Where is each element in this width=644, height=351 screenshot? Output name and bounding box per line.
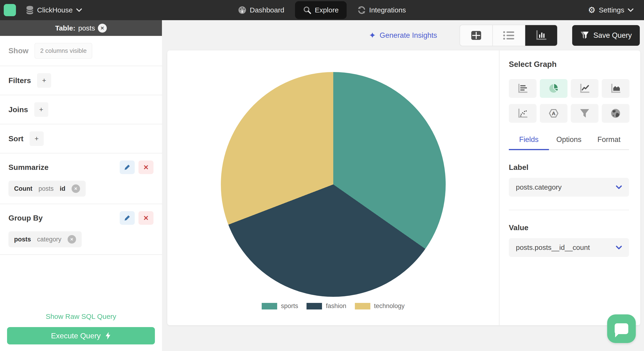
nav-integrations-label: Integrations — [369, 6, 406, 14]
funnel-chart-icon — [580, 109, 590, 118]
group-by-chip-table: posts — [14, 236, 31, 243]
graph-type-pie-button[interactable] — [540, 79, 568, 98]
add-join-button[interactable]: + — [34, 102, 48, 117]
execute-query-button[interactable]: Execute Query — [7, 327, 155, 344]
chevron-down-icon — [616, 246, 622, 250]
edit-summarize-button[interactable] — [120, 160, 135, 174]
settings-menu[interactable]: Settings — [588, 6, 634, 14]
nav-integrations[interactable]: Integrations — [358, 6, 406, 14]
pencil-icon — [124, 164, 131, 171]
summarize-label: Summarize — [8, 163, 48, 172]
chart-view-icon — [536, 30, 546, 40]
query-builder-sidebar: Table: posts Show 2 columns visible Filt… — [0, 20, 162, 351]
sort-label: Sort — [8, 134, 24, 143]
group-by-chip-column: category — [37, 236, 62, 243]
chevron-down-icon — [76, 8, 82, 12]
app-root: ClickHouse Dashboard Explore — [0, 0, 644, 351]
lightning-icon — [105, 332, 111, 340]
table-name: posts — [78, 24, 95, 32]
pencil-icon — [124, 214, 131, 222]
bar-chart-icon — [518, 84, 528, 93]
app-logo[interactable] — [4, 4, 16, 16]
speech-bubble-icon — [615, 323, 628, 334]
results-toolbar: Generate Insights — [162, 20, 644, 50]
tab-options[interactable]: Options — [549, 136, 589, 150]
chat-launcher-button[interactable] — [607, 314, 636, 343]
add-sort-button[interactable]: + — [30, 132, 44, 146]
legend-label: fashion — [326, 302, 346, 310]
view-mode-switcher — [460, 25, 558, 46]
show-raw-sql-link[interactable]: Show Raw SQL Query — [0, 312, 162, 320]
summarize-chip-agg: Count — [14, 185, 32, 192]
pie-chart-icon — [548, 83, 559, 94]
navbar-right: Settings — [512, 6, 644, 14]
summarize-chip-column: id — [60, 185, 66, 192]
label-field-title: Label — [509, 163, 629, 172]
graph-type-funnel-button[interactable] — [571, 104, 598, 123]
table-view-button[interactable] — [460, 25, 492, 46]
delete-summarize-button[interactable] — [138, 160, 154, 174]
legend-item[interactable]: sports — [262, 302, 298, 310]
delete-group-by-button[interactable] — [138, 211, 154, 225]
legend-item[interactable]: fashion — [306, 302, 346, 310]
add-filter-button[interactable]: + — [37, 73, 51, 88]
label-field-value: posts.category — [516, 183, 562, 191]
sidebar-spacer — [0, 255, 162, 312]
save-query-label: Save Query — [593, 31, 632, 40]
nav-explore[interactable]: Explore — [295, 1, 347, 19]
table-view-icon — [471, 30, 482, 40]
remove-table-button[interactable] — [98, 24, 107, 32]
database-icon — [26, 6, 34, 14]
brand-name: ClickHouse — [37, 6, 73, 14]
list-view-icon — [503, 31, 515, 40]
graph-type-geo-button[interactable] — [602, 104, 630, 123]
legend-swatch — [355, 303, 370, 310]
summarize-section: Summarize Count posts id — [0, 154, 162, 204]
remove-summarize-chip-button[interactable] — [72, 184, 80, 193]
save-query-button[interactable]: Save Query — [572, 25, 640, 46]
scatter-plot-icon — [518, 109, 528, 118]
value-field-select[interactable]: posts.posts__id__count — [509, 238, 629, 257]
tab-fields[interactable]: Fields — [509, 136, 549, 150]
dashboard-gauge-icon — [238, 6, 246, 14]
list-view-button[interactable] — [492, 25, 525, 46]
summarize-chip[interactable]: Count posts id — [8, 181, 86, 196]
columns-visible-badge[interactable]: 2 columns visible — [34, 43, 92, 59]
database-selector[interactable]: ClickHouse — [26, 6, 82, 14]
area-chart-icon — [610, 84, 621, 93]
nav-dashboard-label: Dashboard — [250, 6, 284, 14]
sync-icon — [358, 6, 366, 14]
funnel-icon — [580, 31, 589, 40]
graph-type-radar-button[interactable]: A — [540, 104, 568, 123]
remove-group-by-chip-button[interactable] — [68, 235, 76, 244]
graph-settings-panel: Select Graph — [499, 50, 640, 325]
generate-insights-label: Generate Insights — [380, 31, 437, 40]
group-by-chip[interactable]: posts category — [8, 231, 82, 247]
execute-query-label: Execute Query — [51, 332, 101, 340]
nav-dashboard[interactable]: Dashboard — [238, 6, 284, 14]
graph-type-area-button[interactable] — [602, 79, 630, 98]
tab-format[interactable]: Format — [589, 136, 629, 150]
graph-settings-tabs: Fields Options Format — [509, 136, 629, 150]
graph-type-bar-button[interactable] — [509, 79, 536, 98]
joins-section: Joins + — [0, 95, 162, 124]
edit-group-by-button[interactable] — [120, 211, 135, 225]
label-field-select[interactable]: posts.category — [509, 178, 629, 196]
graph-type-grid: A — [509, 79, 629, 123]
search-icon — [303, 6, 312, 14]
gear-icon — [588, 6, 596, 14]
joins-label: Joins — [8, 105, 28, 114]
generate-insights-button[interactable]: Generate Insights — [369, 30, 437, 40]
graph-type-line-button[interactable] — [571, 79, 598, 98]
settings-label: Settings — [599, 6, 624, 14]
main-area: Generate Insights — [162, 20, 644, 351]
nav-explore-label: Explore — [315, 6, 339, 14]
summarize-chip-table: posts — [38, 185, 54, 192]
chart-view-button[interactable] — [525, 25, 557, 46]
graph-type-scatter-button[interactable] — [509, 104, 536, 123]
group-by-section: Group By posts category — [0, 204, 162, 255]
legend-item[interactable]: technology — [355, 302, 405, 310]
filters-label: Filters — [8, 76, 31, 85]
pie-chart[interactable] — [221, 72, 446, 297]
chevron-down-icon — [616, 185, 622, 189]
